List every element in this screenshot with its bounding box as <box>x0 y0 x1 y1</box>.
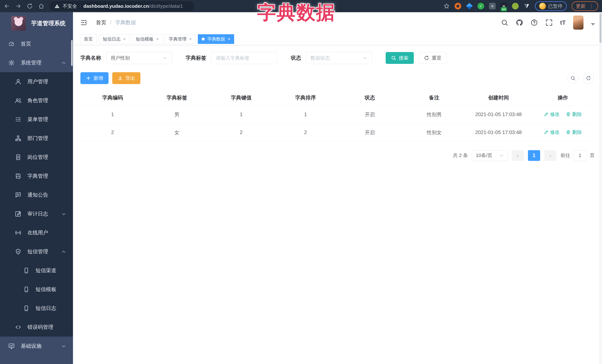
book-icon <box>15 173 22 179</box>
url-path: /dict/type/data/1 <box>149 3 183 9</box>
system-submenu: 用户管理 角色管理 菜单管理 部门管理 岗位管理 字典管理 <box>0 72 73 337</box>
sidebar-item-users[interactable]: 用户管理 <box>0 72 73 91</box>
goto-page-input[interactable] <box>573 150 587 161</box>
toggle-search-icon-button[interactable] <box>568 73 578 83</box>
delete-link[interactable]: 删除 <box>566 129 582 135</box>
emoji-avatar-icon <box>539 3 546 10</box>
sidebar-item-dict[interactable]: 字典管理 <box>0 167 73 186</box>
col-created-at: 创建时间 <box>466 90 531 105</box>
page-annotation-title: 字典数据 <box>257 0 336 25</box>
search-form: 字典名称 用户性别 字典标签 状态 数据状态 <box>80 52 595 64</box>
font-size-icon[interactable]: tT <box>560 19 566 26</box>
tab-home[interactable]: 首页 <box>80 34 97 44</box>
delete-link[interactable]: 删除 <box>566 111 582 118</box>
extension-icon-blue-kite[interactable] <box>466 3 473 10</box>
edit-link[interactable]: 修改 <box>544 129 560 135</box>
menu-list-icon <box>15 116 22 123</box>
col-dict-code: 字典编码 <box>80 90 145 105</box>
bookmark-star-icon[interactable] <box>443 3 450 9</box>
close-icon[interactable]: × <box>228 37 230 41</box>
chrome-update-button[interactable]: 更新 ⋮ <box>572 1 598 11</box>
extension-puzzle-icon[interactable]: ⧩ <box>524 3 530 10</box>
table-header-row: 字典编码 字典标签 字典键值 字典排序 状态 备注 创建时间 操作 <box>80 90 595 105</box>
not-secure-label: 不安全 <box>63 3 77 10</box>
extension-icon-sliders[interactable]: ≡ <box>489 3 496 10</box>
sidebar-item-roles[interactable]: 角色管理 <box>0 91 73 110</box>
close-icon[interactable]: × <box>156 37 159 41</box>
edit-link[interactable]: 修改 <box>544 111 560 118</box>
user-icon <box>15 78 22 85</box>
sidebar-scrollbar-thumb[interactable] <box>71 40 73 66</box>
window-scrollbar-thumb[interactable] <box>600 13 602 43</box>
extension-icon-green-check[interactable]: ✓ <box>478 3 484 10</box>
tab-paused-pill[interactable]: 已暂停 <box>535 1 567 11</box>
on-badge: on <box>501 7 507 11</box>
sidebar-item-system[interactable]: 系统管理 <box>0 53 73 72</box>
extension-icon-dark-on[interactable]: ≋on <box>501 3 507 10</box>
status-select[interactable]: 数据状态 <box>306 52 372 64</box>
github-icon[interactable] <box>516 19 523 26</box>
sidebar-item-sms[interactable]: 短信管理 <box>0 242 73 261</box>
sidebar-item-home[interactable]: 首页 <box>0 34 73 53</box>
sidebar-item-sms-channel[interactable]: 短信渠道 <box>0 261 73 280</box>
monitor-chart-icon <box>8 343 15 349</box>
avatar-caret-icon[interactable] <box>591 23 595 26</box>
chevron-up-icon <box>62 61 66 65</box>
sidebar-item-infrastructure[interactable]: 基础设施 <box>0 337 73 355</box>
refresh-icon-button[interactable] <box>583 73 594 83</box>
close-icon[interactable]: × <box>123 37 126 41</box>
dict-tag-input[interactable] <box>211 52 277 64</box>
next-page-button[interactable]: › <box>544 150 556 161</box>
reset-button[interactable]: 重置 <box>419 52 447 64</box>
tab-sms-log[interactable]: 短信日志 × <box>99 34 130 44</box>
export-button[interactable]: 导出 <box>112 72 140 84</box>
tab-sms-template[interactable]: 短信模板 × <box>132 34 163 44</box>
not-secure-warning-icon[interactable] <box>54 3 60 9</box>
chrome-menu-icon[interactable]: ⋮ <box>589 3 594 9</box>
sidebar-item-sms-log[interactable]: 短信日志 <box>0 299 73 318</box>
reload-icon[interactable] <box>27 3 33 9</box>
goto-label: 前往 <box>560 152 570 159</box>
sidebar-item-sms-template[interactable]: 短信模板 <box>0 280 73 299</box>
back-icon[interactable] <box>4 3 10 9</box>
org-tree-icon <box>15 135 22 142</box>
status-label: 状态 <box>291 54 301 62</box>
prev-page-button[interactable]: ‹ <box>512 150 524 161</box>
sidebar-item-menus[interactable]: 菜单管理 <box>0 110 73 129</box>
forward-icon[interactable] <box>15 3 22 9</box>
users-icon <box>15 97 22 104</box>
dict-name-select[interactable]: 用户性别 <box>106 52 172 64</box>
extension-icon-orange[interactable] <box>455 3 461 10</box>
breadcrumb-separator: / <box>110 20 111 26</box>
window-scrollbar[interactable] <box>599 12 602 364</box>
sidebar-item-error-code[interactable]: 错误码管理 <box>0 318 73 337</box>
sidebar-item-notice[interactable]: 通知公告 <box>0 186 73 204</box>
sidebar-item-departments[interactable]: 部门管理 <box>0 129 73 148</box>
user-avatar[interactable] <box>573 16 583 30</box>
search-icon[interactable] <box>501 19 508 26</box>
address-bar[interactable]: 不安全 dashboard.yudao.iocoder.cn/dict/type… <box>50 1 194 11</box>
collapse-sidebar-icon[interactable] <box>80 19 87 26</box>
breadcrumb-home[interactable]: 首页 <box>96 19 106 26</box>
chat-bubble-icon <box>15 192 22 198</box>
home-icon[interactable] <box>38 3 44 9</box>
help-icon[interactable] <box>530 19 538 26</box>
tab-dict-manage[interactable]: 字典管理 × <box>165 34 196 44</box>
col-dict-sort: 字典排序 <box>273 90 338 105</box>
app-logo-row[interactable]: 芋道管理系统 <box>0 12 73 34</box>
sidebar-item-posts[interactable]: 岗位管理 <box>0 148 73 167</box>
search-button[interactable]: 搜索 <box>386 52 414 64</box>
page-size-select[interactable]: 10条/页 <box>472 150 507 161</box>
col-actions: 操作 <box>531 90 595 105</box>
page-1-button[interactable]: 1 <box>528 150 540 161</box>
sidebar-item-online-users[interactable]: 在线用户 <box>0 223 73 242</box>
sidebar-item-audit-log[interactable]: 审计日志 <box>0 204 73 223</box>
close-icon[interactable]: × <box>189 37 192 41</box>
extension-icon-green[interactable] <box>512 3 519 10</box>
tab-dict-data[interactable]: 字典数据 × <box>198 34 234 44</box>
breadcrumb-current: 字典数据 <box>115 19 136 26</box>
breadcrumb: 首页 / 字典数据 <box>96 19 136 26</box>
add-button[interactable]: 新增 <box>80 72 108 84</box>
sidebar: 芋道管理系统 首页 系统管理 用户管理 角色管理 菜单管理 <box>0 12 73 364</box>
fullscreen-icon[interactable] <box>545 19 553 26</box>
